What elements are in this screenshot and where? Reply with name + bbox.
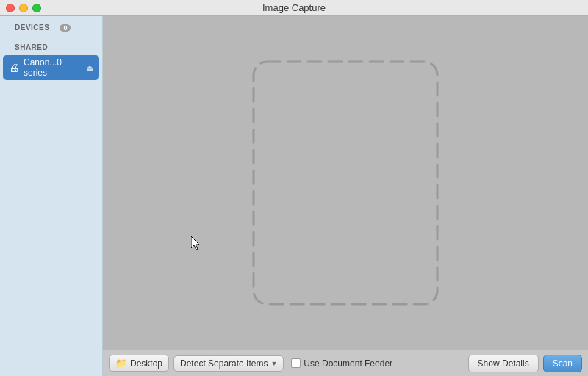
device-name: Canon...0 series	[24, 57, 82, 78]
document-feeder-checkbox[interactable]	[291, 358, 301, 368]
maximize-button[interactable]	[32, 4, 41, 12]
svg-marker-1	[191, 236, 199, 250]
shared-section: SHARED 🖨 Canon...0 series ⏏	[0, 36, 102, 82]
folder-icon: 📁	[115, 358, 127, 369]
scan-frame	[246, 54, 445, 311]
window-title: Image Capture	[262, 2, 326, 13]
document-feeder-label: Use Document Feeder	[304, 358, 392, 369]
bottom-toolbar: 📁 Desktop Detect Separate Items ▼ Use Do…	[103, 350, 588, 376]
preview-area: 📁 Desktop Detect Separate Items ▼ Use Do…	[103, 16, 588, 376]
eject-icon: ⏏	[86, 63, 93, 73]
minimize-button[interactable]	[19, 4, 28, 12]
preview-canvas	[103, 16, 588, 350]
detect-items-label: Detect Separate Items	[180, 358, 268, 369]
printer-icon: 🖨	[9, 62, 19, 73]
traffic-lights	[6, 4, 41, 12]
shared-header: SHARED	[0, 40, 102, 54]
folder-label: Desktop	[130, 358, 162, 369]
folder-button[interactable]: 📁 Desktop	[109, 355, 169, 372]
devices-section: DEVICES 0	[0, 16, 102, 36]
close-button[interactable]	[6, 4, 15, 12]
sidebar: DEVICES 0 SHARED 🖨 Canon...0 series ⏏	[0, 16, 103, 376]
document-feeder-group: Use Document Feeder	[291, 358, 392, 369]
mouse-cursor	[191, 236, 203, 251]
dropdown-arrow-icon: ▼	[270, 360, 277, 367]
scan-label: Scan	[553, 358, 573, 369]
shared-label: SHARED	[7, 42, 55, 53]
devices-header: DEVICES 0	[0, 21, 102, 35]
scan-frame-svg	[246, 54, 445, 311]
devices-count-badge: 0	[60, 24, 71, 32]
main-content: DEVICES 0 SHARED 🖨 Canon...0 series ⏏	[0, 16, 588, 376]
show-details-label: Show Details	[478, 358, 529, 369]
svg-rect-0	[254, 62, 437, 304]
sidebar-item-canon[interactable]: 🖨 Canon...0 series ⏏	[3, 55, 99, 80]
detect-items-dropdown[interactable]: Detect Separate Items ▼	[173, 355, 284, 372]
devices-label: DEVICES	[7, 22, 57, 33]
scan-button[interactable]: Scan	[543, 355, 582, 372]
title-bar: Image Capture	[0, 0, 588, 16]
show-details-button[interactable]: Show Details	[468, 355, 539, 372]
